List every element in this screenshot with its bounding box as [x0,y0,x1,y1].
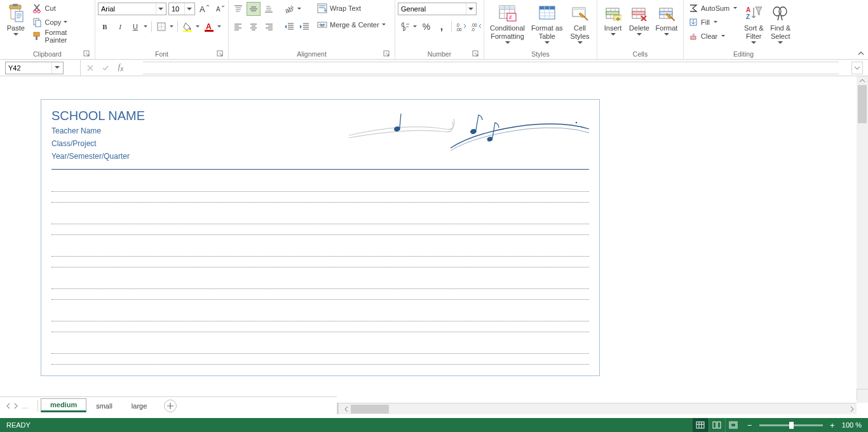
orientation-dropdown[interactable] [296,2,302,16]
decrease-indent-button[interactable] [282,20,296,34]
accounting-format-button[interactable] [398,20,412,34]
zoom-slider[interactable] [759,424,823,426]
paste-button[interactable]: Paste [3,1,29,47]
font-size-combo[interactable] [168,3,195,15]
align-left-button[interactable] [231,20,245,34]
insert-cells-button[interactable]: Insert [600,1,626,47]
fill-button[interactable]: Fill [686,15,740,29]
increase-indent-button[interactable] [297,20,311,34]
alignment-dialog-launcher[interactable] [383,50,391,58]
orientation-button[interactable]: ab [282,2,296,16]
sheet-nav-prev[interactable] [5,402,11,410]
sort-filter-button[interactable]: AZ Sort & Filter [740,1,767,47]
cell-styles-button[interactable]: Cell Styles [566,1,594,47]
increase-font-button[interactable]: A [197,2,211,16]
svg-text:A: A [216,6,220,13]
align-right-button[interactable] [262,20,276,34]
align-middle-button[interactable] [247,2,261,16]
dropdown-arrow-icon[interactable] [156,3,165,15]
svg-rect-32 [573,8,585,10]
format-painter-label: Format Painter [45,29,90,44]
align-center-button[interactable] [247,20,261,34]
fill-color-dropdown[interactable] [194,20,201,34]
merge-center-icon: a [317,20,327,30]
increase-decimal-button[interactable]: .0.00 [454,20,468,34]
percent-button[interactable]: % [419,20,433,34]
delete-cells-button[interactable]: Delete [626,1,653,47]
sheet-tab-medium[interactable]: medium [41,398,86,412]
formula-bar-input[interactable] [143,62,839,74]
decrease-font-button[interactable]: A [213,2,227,16]
borders-dropdown[interactable] [168,20,175,34]
wrap-text-icon [317,3,327,13]
cut-button[interactable]: Cut [31,1,92,15]
zoom-knob[interactable] [789,422,794,429]
name-box-dropdown[interactable] [51,62,62,74]
scroll-up-arrow[interactable] [857,76,868,85]
scroll-right-arrow[interactable] [848,403,857,415]
horizontal-scrollbar[interactable] [337,403,857,414]
comma-button[interactable]: , [435,20,449,34]
merge-center-button[interactable]: a Merge & Center [315,18,389,32]
scroll-left-arrow[interactable] [342,403,351,415]
font-name-input[interactable] [98,3,156,15]
svg-rect-53 [717,422,721,428]
font-name-combo[interactable] [98,3,166,15]
zoom-out-button[interactable]: − [745,421,754,429]
bold-button[interactable]: B [98,20,112,34]
name-box[interactable] [5,62,64,74]
dropdown-arrow-icon[interactable] [466,3,475,15]
insert-function-button[interactable]: fx [115,62,126,74]
collapse-ribbon-button[interactable] [857,49,865,58]
expand-formula-bar-button[interactable] [851,62,863,74]
cancel-formula-button[interactable] [85,62,96,74]
zoom-in-button[interactable]: + [828,421,837,429]
scroll-track[interactable] [351,403,848,415]
format-as-table-button[interactable]: Format as Table [528,1,566,47]
find-select-button[interactable]: Find & Select [767,1,794,47]
insert-label: Insert [604,24,622,32]
ribbon: Paste Cut Copy Format Painter Cli [0,0,868,60]
font-dialog-launcher[interactable] [217,50,224,58]
format-cells-button[interactable]: Format [653,1,681,47]
sheet-tab-small[interactable]: small [86,399,122,413]
borders-button[interactable] [154,20,168,34]
scroll-thumb[interactable] [858,85,867,123]
add-sheet-button[interactable] [164,400,177,412]
align-bottom-button[interactable] [262,2,276,16]
clear-button[interactable]: Clear [686,29,740,43]
copy-button[interactable]: Copy [31,15,92,29]
vertical-scrollbar[interactable] [857,76,868,403]
scroll-thumb[interactable] [351,405,389,414]
name-box-input[interactable] [6,64,51,72]
enter-formula-button[interactable] [100,62,111,74]
view-page-layout-button[interactable] [709,418,725,432]
wrap-text-button[interactable]: Wrap Text [315,1,389,15]
clipboard-dialog-launcher[interactable] [83,50,91,58]
format-painter-button[interactable]: Format Painter [31,29,92,43]
italic-button[interactable]: I [113,20,127,34]
dropdown-arrow-icon [64,21,69,24]
align-top-button[interactable] [231,2,245,16]
underline-button[interactable]: U [128,20,142,34]
view-page-break-button[interactable] [725,418,742,432]
fill-color-button[interactable] [180,20,194,34]
conditional-formatting-button[interactable]: ≠ Conditional Formatting [487,1,528,47]
sheet-nav-next[interactable] [13,402,19,410]
accounting-dropdown[interactable] [412,20,418,34]
dropdown-arrow-icon[interactable] [184,3,193,15]
svg-text:A: A [200,4,205,14]
svg-text:.00: .00 [456,27,462,31]
font-color-dropdown[interactable] [216,20,222,34]
sheet-tab-large[interactable]: large [122,399,156,413]
underline-dropdown[interactable] [142,20,149,34]
decrease-decimal-button[interactable]: .00.0 [470,20,484,34]
font-color-button[interactable]: A [202,20,216,34]
font-size-input[interactable] [169,3,184,15]
number-format-input[interactable] [398,3,466,15]
autosum-button[interactable]: AutoSum [686,1,740,15]
dropdown-arrow-icon [382,24,387,27]
number-format-combo[interactable] [398,3,477,15]
view-normal-button[interactable] [692,418,709,432]
number-dialog-launcher[interactable] [472,50,480,58]
